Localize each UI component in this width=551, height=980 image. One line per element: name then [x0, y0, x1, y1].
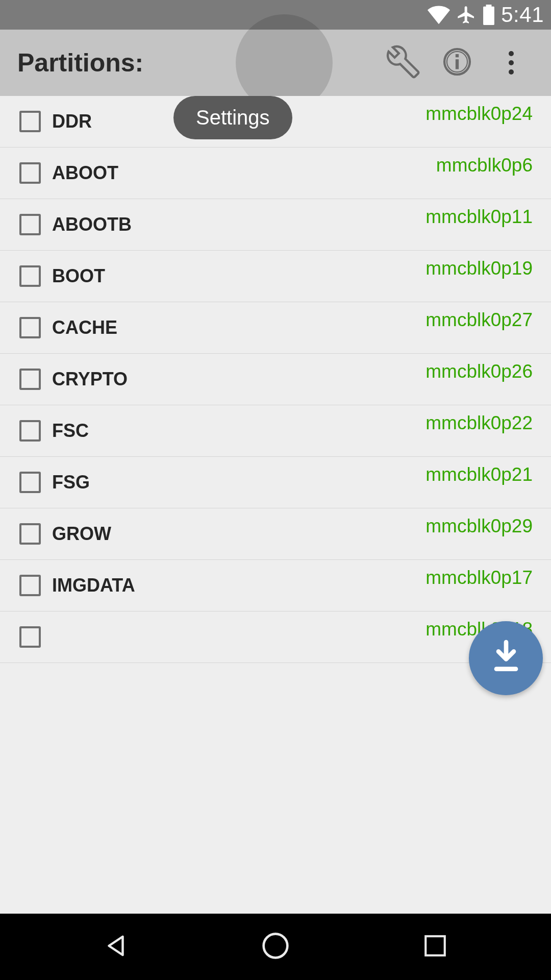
recents-button[interactable]: [412, 924, 458, 970]
more-vert-icon: [509, 51, 514, 75]
partition-name: CACHE: [52, 317, 425, 338]
wifi-icon: [428, 5, 450, 24]
list-item[interactable]: IMGDATAmmcblk0p17: [0, 560, 551, 611]
tooltip-settings: Settings: [173, 96, 292, 139]
checkbox[interactable]: [19, 317, 41, 338]
checkbox[interactable]: [19, 472, 41, 493]
partition-device: mmcblk0p29: [425, 508, 533, 537]
action-icons: [388, 30, 551, 96]
partition-device: mmcblk0p24: [425, 96, 533, 125]
wrench-icon: [386, 45, 420, 81]
list-item[interactable]: CACHEmmcblk0p27: [0, 302, 551, 354]
checkbox[interactable]: [19, 575, 41, 596]
circle-home-icon: [261, 932, 290, 962]
status-bar: 5:41: [0, 0, 551, 30]
list-item[interactable]: FSGmmcblk0p21: [0, 457, 551, 508]
svg-rect-2: [456, 59, 459, 69]
partition-name: FSG: [52, 472, 425, 493]
square-recents-icon: [422, 933, 448, 961]
partition-name: ABOOT: [52, 162, 436, 184]
back-button[interactable]: [93, 924, 139, 970]
list-item[interactable]: CRYPTOmmcblk0p26: [0, 354, 551, 405]
info-icon: [442, 47, 472, 79]
list-item[interactable]: BOOTmmcblk0p19: [0, 251, 551, 302]
tooltip-label: Settings: [196, 106, 270, 129]
checkbox[interactable]: [19, 111, 41, 132]
list-item[interactable]: GROWmmcblk0p29: [0, 508, 551, 560]
list-item[interactable]: FSCmmcblk0p22: [0, 405, 551, 457]
download-fab[interactable]: [469, 621, 543, 695]
partition-name: GROW: [52, 523, 425, 545]
triangle-back-icon: [102, 932, 130, 962]
partition-list[interactable]: DDRmmcblk0p24ABOOTmmcblk0p6ABOOTBmmcblk0…: [0, 96, 551, 663]
checkbox[interactable]: [19, 214, 41, 235]
svg-rect-6: [426, 936, 445, 955]
list-item[interactable]: ABOOTmmcblk0p6: [0, 148, 551, 199]
screen: 5:41 Partitions: DDRmmcblk0p24ABOOTm: [0, 0, 551, 980]
list-item[interactable]: ABOOTBmmcblk0p11: [0, 199, 551, 251]
download-icon: [486, 637, 527, 680]
partition-device: mmcblk0p17: [425, 560, 533, 589]
app-bar: Partitions:: [0, 30, 551, 96]
checkbox[interactable]: [19, 523, 41, 545]
home-button[interactable]: [253, 924, 298, 970]
airplane-icon: [456, 5, 477, 25]
checkbox[interactable]: [19, 162, 41, 184]
checkbox[interactable]: [19, 265, 41, 287]
settings-button[interactable]: [388, 47, 418, 78]
battery-icon: [483, 5, 495, 25]
checkbox[interactable]: [19, 420, 41, 442]
partition-device: mmcblk0p6: [436, 148, 533, 176]
partition-device: mmcblk0p21: [425, 457, 533, 485]
info-button[interactable]: [442, 47, 472, 78]
partition-name: CRYPTO: [52, 369, 425, 390]
status-time: 5:41: [501, 3, 544, 27]
partition-device: mmcblk0p26: [425, 354, 533, 382]
partition-device: mmcblk0p27: [425, 302, 533, 331]
svg-rect-4: [494, 667, 518, 671]
partition-name: FSC: [52, 420, 425, 442]
partition-name: IMGDATA: [52, 575, 425, 596]
checkbox[interactable]: [19, 626, 41, 648]
navigation-bar: [0, 914, 551, 980]
content: DDRmmcblk0p24ABOOTmmcblk0p6ABOOTBmmcblk0…: [0, 96, 551, 914]
partition-device: mmcblk0p22: [425, 405, 533, 434]
partition-name: ABOOTB: [52, 214, 425, 235]
checkbox[interactable]: [19, 369, 41, 390]
overflow-menu-button[interactable]: [496, 47, 527, 78]
page-title: Partitions:: [17, 48, 143, 78]
partition-device: mmcblk0p11: [425, 199, 533, 228]
partition-device: mmcblk0p19: [425, 251, 533, 279]
partition-name: BOOT: [52, 265, 425, 287]
list-item[interactable]: mmcblk0p18: [0, 611, 551, 663]
svg-point-5: [264, 934, 288, 958]
svg-rect-3: [456, 54, 459, 57]
